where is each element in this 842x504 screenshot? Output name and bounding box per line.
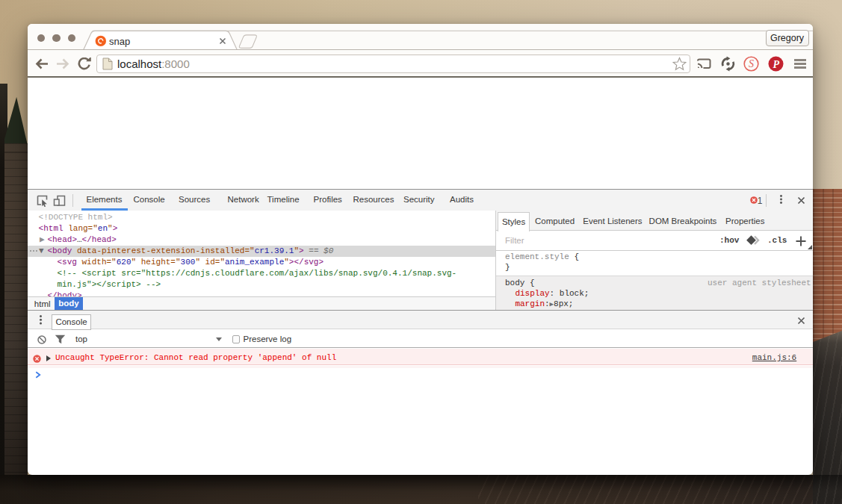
svg-text:S: S (749, 58, 754, 69)
svg-text:P: P (773, 59, 779, 70)
